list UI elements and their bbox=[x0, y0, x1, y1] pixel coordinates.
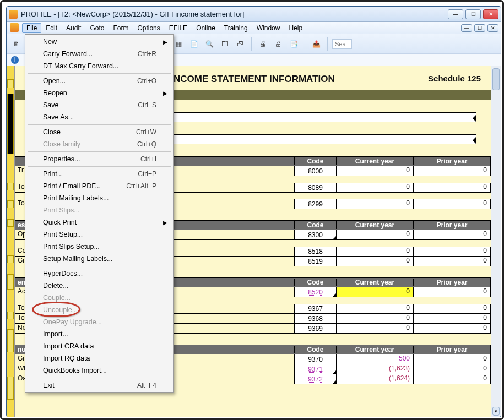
print-preview-icon[interactable]: 📑 bbox=[287, 37, 300, 51]
prior-year-cell[interactable]: 0 bbox=[414, 314, 491, 324]
menu-item-close[interactable]: CloseCtrl+W bbox=[26, 126, 172, 138]
menu-efile[interactable]: EFILE bbox=[165, 23, 192, 33]
menu-item-dt-max-carry-forward[interactable]: DT Max Carry Forward... bbox=[26, 60, 172, 72]
prior-year-cell[interactable]: 0 bbox=[414, 257, 491, 266]
mdi-minimize-button[interactable]: — bbox=[461, 24, 472, 32]
code-cell[interactable]: 8520 bbox=[295, 287, 337, 297]
menu-goto[interactable]: Goto bbox=[85, 23, 109, 33]
menu-item-print[interactable]: Print...Ctrl+P bbox=[26, 168, 172, 180]
dropdown-triangle-icon[interactable] bbox=[333, 236, 336, 239]
page-icon[interactable]: 📄 bbox=[187, 37, 200, 51]
maximize-button[interactable]: ☐ bbox=[465, 9, 481, 19]
menu-item-import-rq-data[interactable]: Import RQ data bbox=[26, 352, 172, 364]
menu-file[interactable]: File bbox=[22, 23, 41, 33]
menu-training[interactable]: Training bbox=[220, 23, 252, 33]
menu-separator bbox=[28, 166, 171, 167]
current-year-cell[interactable]: 0 bbox=[337, 304, 414, 314]
current-year-cell[interactable]: 0 bbox=[337, 257, 414, 266]
menu-audit[interactable]: Audit bbox=[62, 23, 85, 33]
code-cell[interactable]: 9369 bbox=[295, 324, 337, 334]
code-cell[interactable]: 8518 bbox=[295, 247, 337, 257]
code-cell[interactable]: 9368 bbox=[295, 314, 337, 324]
menu-item-print-mailing-labels[interactable]: Print Mailing Labels... bbox=[26, 192, 172, 204]
print-icon[interactable]: 🖨 bbox=[256, 37, 269, 51]
code-cell[interactable]: 9367 bbox=[295, 304, 337, 314]
scroll-down-icon[interactable]: ▾ bbox=[492, 407, 500, 416]
menu-item-properties[interactable]: Properties...Ctrl+I bbox=[26, 153, 172, 165]
prior-year-cell[interactable]: 0 bbox=[414, 247, 491, 257]
code-cell[interactable]: 9372 bbox=[295, 374, 337, 384]
menu-item-hyperdocs[interactable]: HyperDocs... bbox=[26, 268, 172, 280]
current-year-cell[interactable]: 0 bbox=[337, 183, 414, 193]
code-cell[interactable]: 8299 bbox=[295, 199, 337, 209]
zoom-icon[interactable]: 🔍 bbox=[203, 37, 216, 51]
menu-edit[interactable]: Edit bbox=[41, 23, 62, 33]
prior-year-cell[interactable]: 0 bbox=[414, 166, 491, 176]
current-year-cell[interactable]: 0 bbox=[337, 230, 414, 240]
grid-icon[interactable]: ▦ bbox=[172, 37, 185, 51]
menu-item-print-setup[interactable]: Print Setup... bbox=[26, 228, 172, 241]
current-year-cell[interactable]: 0 bbox=[337, 247, 414, 257]
current-year-cell[interactable]: 0 bbox=[337, 199, 414, 209]
prior-year-cell[interactable]: 0 bbox=[414, 364, 491, 374]
print-gear-icon[interactable]: 🖨 bbox=[272, 37, 285, 51]
menu-item-exit[interactable]: ExitAlt+F4 bbox=[26, 379, 172, 391]
window-icon[interactable]: 🗔 bbox=[218, 37, 231, 51]
prior-year-cell[interactable]: 0 bbox=[414, 199, 491, 209]
code-cell[interactable]: 9370 bbox=[295, 354, 337, 364]
close-button[interactable]: ✕ bbox=[483, 9, 498, 19]
export-icon[interactable]: 📤 bbox=[310, 37, 323, 51]
prior-year-cell[interactable]: 0 bbox=[414, 324, 491, 334]
menu-item-import-cra-data[interactable]: Import CRA data bbox=[26, 340, 172, 352]
prior-year-cell[interactable]: 0 bbox=[414, 354, 491, 364]
mdi-close-button[interactable]: ✕ bbox=[487, 24, 498, 32]
menu-item-print-slips-setup[interactable]: Print Slips Setup... bbox=[26, 241, 172, 253]
prior-year-cell[interactable]: 0 bbox=[414, 287, 491, 297]
menu-online[interactable]: Online bbox=[192, 23, 220, 33]
menu-item-carry-forward[interactable]: Carry Forward...Ctrl+R bbox=[26, 48, 172, 60]
overlay-icon[interactable]: 🗗 bbox=[234, 37, 247, 51]
menu-item-print-email-pdf[interactable]: Print / Email PDF...Ctrl+Alt+P bbox=[26, 180, 172, 192]
prior-year-cell[interactable]: 0 bbox=[414, 230, 491, 240]
menu-form[interactable]: Form bbox=[109, 23, 133, 33]
code-cell[interactable]: 9371 bbox=[295, 364, 337, 374]
dropdown-triangle-icon[interactable] bbox=[333, 380, 336, 384]
prior-year-cell[interactable]: 0 bbox=[414, 304, 491, 314]
minimize-button[interactable]: — bbox=[448, 9, 463, 19]
menu-help[interactable]: Help bbox=[284, 23, 307, 33]
dropdown-triangle-icon[interactable] bbox=[333, 370, 336, 374]
menu-item-quick-print[interactable]: Quick Print▶ bbox=[26, 216, 172, 228]
prior-year-cell[interactable]: 0 bbox=[414, 183, 491, 193]
current-year-cell[interactable]: 0 bbox=[337, 314, 414, 324]
current-year-cell[interactable]: (1,623) bbox=[337, 364, 414, 374]
vertical-scrollbar[interactable]: ▾ bbox=[491, 66, 501, 417]
dropdown-triangle-icon[interactable] bbox=[333, 293, 336, 297]
code-cell[interactable]: 8089 bbox=[295, 183, 337, 193]
menu-item-save[interactable]: SaveCtrl+S bbox=[26, 99, 172, 111]
menu-item-open[interactable]: Open...Ctrl+O bbox=[26, 75, 172, 87]
menu-item-new[interactable]: New▶ bbox=[26, 36, 172, 48]
current-year-cell[interactable]: 0 bbox=[337, 287, 414, 297]
menu-item-save-as[interactable]: Save As... bbox=[26, 111, 172, 123]
code-cell[interactable]: 8300 bbox=[295, 230, 337, 240]
menu-item-import[interactable]: Import... bbox=[26, 328, 172, 340]
menu-item-reopen[interactable]: Reopen▶ bbox=[26, 87, 172, 99]
current-year-cell[interactable]: (1,624) bbox=[337, 374, 414, 384]
code-cell[interactable]: 8519 bbox=[295, 257, 337, 266]
code-cell[interactable]: 8000 bbox=[295, 166, 337, 176]
menu-item-label: Print Slips... bbox=[43, 206, 156, 214]
current-year-cell[interactable]: 0 bbox=[337, 324, 414, 334]
search-input[interactable] bbox=[332, 39, 352, 49]
new-file-icon[interactable]: 🗎 bbox=[10, 37, 23, 51]
menu-item-quickbooks-import[interactable]: QuickBooks Import... bbox=[26, 364, 172, 377]
menu-item-delete[interactable]: Delete... bbox=[26, 280, 172, 292]
prior-year-cell[interactable]: 0 bbox=[414, 374, 491, 384]
current-year-cell[interactable]: 500 bbox=[337, 354, 414, 364]
prior-year-header: Prior year bbox=[413, 157, 490, 165]
menu-window[interactable]: Window bbox=[252, 23, 285, 33]
current-year-cell[interactable]: 0 bbox=[337, 166, 414, 176]
menu-item-setup-mailing-labels[interactable]: Setup Mailing Labels... bbox=[26, 253, 172, 265]
scrollbar-thumb[interactable] bbox=[492, 68, 500, 90]
menu-options[interactable]: Options bbox=[133, 23, 164, 33]
mdi-restore-button[interactable]: ☐ bbox=[474, 24, 485, 32]
